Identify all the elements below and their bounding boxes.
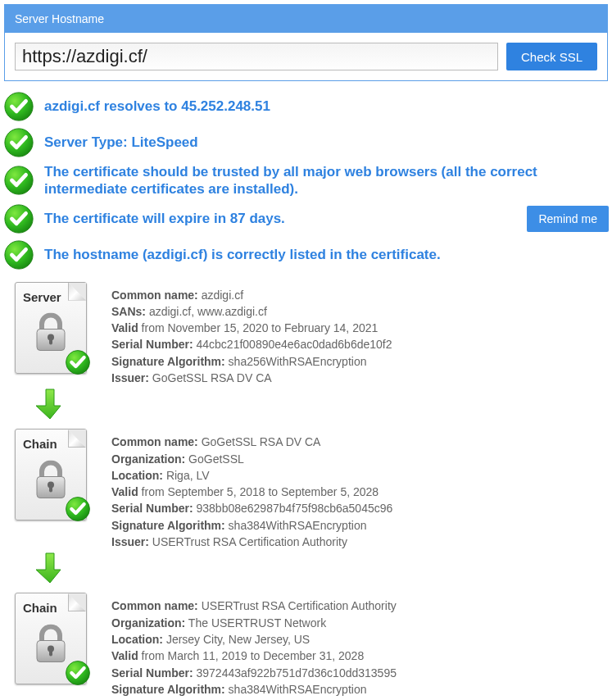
cert-block: Chain Common name: USERTrust RSA Certifi… <box>0 586 612 700</box>
check-icon <box>3 239 34 270</box>
status-row-server-type: Server Type: LiteSpeed <box>3 127 609 158</box>
cert-field: Valid from September 5, 2018 to Septembe… <box>111 484 392 500</box>
cert-field: Signature Algorithm: sha384WithRSAEncryp… <box>111 517 392 534</box>
cert-document-icon: Server <box>11 279 90 377</box>
status-row-expire: The certificate will expire in 87 days. … <box>3 203 609 234</box>
cert-field: Common name: azdigi.cf <box>111 287 392 303</box>
check-icon <box>3 165 34 196</box>
status-text: The certificate should be trusted by all… <box>44 163 609 198</box>
cert-field: SANs: azdigi.cf, www.azdigi.cf <box>111 303 392 320</box>
cert-field: Valid from March 11, 2019 to December 31… <box>111 648 397 664</box>
cert-document-icon: Chain <box>11 589 90 688</box>
status-text: The hostname (azdigi.cf) is correctly li… <box>44 246 609 263</box>
cert-field: Serial Number: 3972443af922b751d7d36c10d… <box>111 665 397 681</box>
cert-field: Serial Number: 44cbc21f00890e4e6ac0dad6b… <box>111 336 392 352</box>
check-icon <box>64 348 92 379</box>
cert-details: Common name: GoGetSSL RSA DV CA Organiza… <box>111 425 392 550</box>
cert-field: Valid from November 15, 2020 to February… <box>111 320 392 336</box>
svg-rect-15 <box>49 649 52 657</box>
status-text: azdigi.cf resolves to 45.252.248.51 <box>44 98 609 115</box>
status-row-trusted: The certificate should be trusted by all… <box>3 163 609 198</box>
cert-tag-label: Chain <box>23 601 57 615</box>
check-icon <box>3 91 34 122</box>
remind-me-button[interactable]: Remind me <box>527 206 609 232</box>
check-icon <box>3 203 34 234</box>
cert-block: Server Common name: azdigi.cf SANs: azdi… <box>0 275 612 387</box>
cert-field: Location: Jersey City, New Jersey, US <box>111 631 397 648</box>
cert-field: Issuer: USERTrust RSA Certification Auth… <box>111 534 392 550</box>
arrow-down-icon <box>36 552 612 584</box>
cert-field: Location: Riga, LV <box>111 467 392 484</box>
check-icon <box>3 127 34 158</box>
svg-rect-7 <box>49 338 52 345</box>
hostname-input[interactable] <box>15 43 498 70</box>
cert-field: Organization: The USERTRUST Network <box>111 615 397 631</box>
status-text: Server Type: LiteSpeed <box>44 134 609 151</box>
cert-field: Signature Algorithm: sha256WithRSAEncryp… <box>111 353 392 370</box>
check-ssl-button[interactable]: Check SSL <box>506 43 597 70</box>
cert-tag-label: Chain <box>23 437 57 451</box>
cert-field: Common name: GoGetSSL RSA DV CA <box>111 434 392 450</box>
cert-tag-label: Server <box>23 290 61 304</box>
check-icon <box>64 659 92 689</box>
hostname-panel: Server Hostname Check SSL <box>4 4 608 81</box>
status-row-hostname: The hostname (azdigi.cf) is correctly li… <box>3 239 609 270</box>
arrow-down-icon <box>36 388 612 420</box>
cert-document-icon: Chain <box>11 425 90 524</box>
cert-block: Chain Common name: GoGetSSL RSA DV CA Or… <box>0 422 612 550</box>
cert-field: Serial Number: 938bb08e62987b4f75f98cb6a… <box>111 500 392 516</box>
cert-field: Issuer: GoGetSSL RSA DV CA <box>111 370 392 386</box>
cert-field: Common name: USERTrust RSA Certification… <box>111 598 397 614</box>
cert-details: Common name: USERTrust RSA Certification… <box>111 589 397 700</box>
status-row-resolves: azdigi.cf resolves to 45.252.248.51 <box>3 91 609 122</box>
status-list: azdigi.cf resolves to 45.252.248.51 Serv… <box>0 91 612 270</box>
status-text: The certificate will expire in 87 days. <box>44 210 517 227</box>
check-icon <box>64 495 92 525</box>
panel-title: Server Hostname <box>5 5 607 33</box>
cert-field: Organization: GoGetSSL <box>111 451 392 467</box>
svg-rect-11 <box>49 485 52 493</box>
cert-field: Signature Algorithm: sha384WithRSAEncryp… <box>111 681 397 698</box>
cert-details: Common name: azdigi.cf SANs: azdigi.cf, … <box>111 279 392 387</box>
